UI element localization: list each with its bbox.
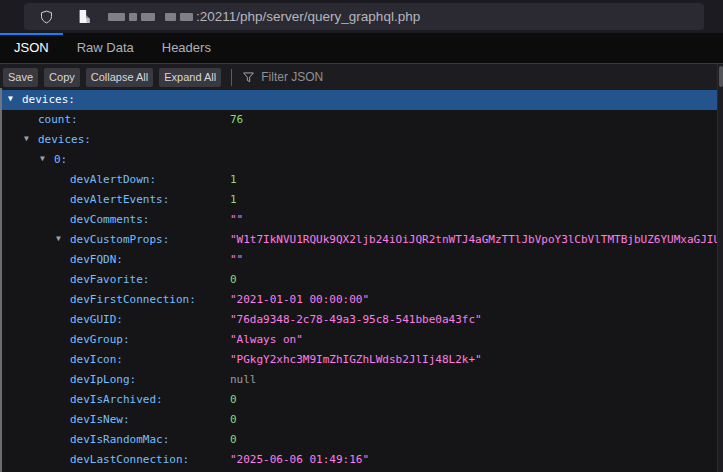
tree-row-devGroup[interactable]: ▼devGroup:"Always on"	[0, 330, 717, 350]
tree-row-devices[interactable]: ▼devices:	[0, 90, 717, 110]
property-key: devices:	[38, 133, 91, 146]
tree-row-devFavorite[interactable]: ▼devFavorite:0	[0, 270, 717, 290]
filter-json-input[interactable]	[261, 70, 481, 84]
shield-icon[interactable]	[38, 9, 54, 25]
property-key: devIsArchived:	[70, 393, 163, 406]
tree-row-devices[interactable]: ▼devices:	[0, 130, 717, 150]
property-key: devIpLong:	[70, 373, 136, 386]
property-key: devFavorite:	[70, 273, 149, 286]
property-value: 0	[230, 390, 237, 410]
tree-row-devGUID[interactable]: ▼devGUID:"76da9348-2c78-49a3-95c8-541bbe…	[0, 310, 717, 330]
property-key: 0:	[54, 153, 67, 166]
property-value: "2021-01-01 00:00:00"	[230, 290, 369, 310]
property-key: count:	[38, 113, 78, 126]
toolbar-separator	[231, 69, 232, 86]
tree-row-devFQDN[interactable]: ▼devFQDN:""	[0, 250, 717, 270]
property-key: devIcon:	[70, 353, 123, 366]
property-value: 0	[230, 270, 237, 290]
tree-row-devLastConnection[interactable]: ▼devLastConnection:"2025-06-06 01:49:16"	[0, 450, 717, 470]
tree-row-devFirstConnection[interactable]: ▼devFirstConnection:"2021-01-01 00:00:00…	[0, 290, 717, 310]
browser-toolbar: :20211/php/server/query_graphql.php	[0, 0, 723, 33]
toolbar-buttons: SaveCopyCollapse AllExpand All	[3, 68, 227, 87]
property-value: "W1t7IkNVU1RQUk9QX2ljb24iOiJQR2tnWTJ4aGM…	[230, 230, 717, 250]
tree-row-0[interactable]: ▼0:	[0, 150, 717, 170]
json-toolbar: SaveCopyCollapse AllExpand All	[0, 64, 723, 90]
expander-triangle-icon[interactable]: ▼	[24, 130, 38, 149]
tree-row-devCustomProps[interactable]: ▼devCustomProps:"W1t7IkNVU1RQUk9QX2ljb24…	[0, 230, 717, 250]
expand-all-button[interactable]: Expand All	[159, 68, 221, 87]
property-value: "Always on"	[230, 330, 303, 350]
property-key: devFQDN:	[70, 253, 123, 266]
redacted-segment	[180, 13, 193, 21]
tab-headers[interactable]: Headers	[148, 33, 225, 63]
expander-triangle-icon[interactable]: ▼	[8, 90, 22, 109]
redacted-url-host	[108, 13, 193, 21]
property-key: devLastConnection:	[70, 453, 189, 466]
page-icon[interactable]	[76, 9, 92, 25]
property-value: ""	[230, 250, 243, 270]
property-key: devGUID:	[70, 313, 123, 326]
copy-button[interactable]: Copy	[44, 68, 80, 87]
property-value: 1	[230, 190, 237, 210]
tree-row-devIsRandomMac[interactable]: ▼devIsRandomMac:0	[0, 430, 717, 450]
save-button[interactable]: Save	[3, 68, 38, 87]
redacted-segment	[129, 13, 137, 21]
redacted-segment	[165, 13, 176, 21]
viewer-tabbar: JSONRaw DataHeaders	[0, 33, 723, 64]
property-value: ""	[230, 210, 243, 230]
expander-triangle-icon[interactable]: ▼	[56, 230, 70, 249]
url-text: :20211/php/server/query_graphql.php	[196, 9, 420, 24]
panel-left-edge	[0, 88, 2, 472]
tree-row-count[interactable]: ▼count:76	[0, 110, 717, 130]
property-value: null	[230, 370, 257, 390]
property-key: devCustomProps:	[70, 233, 169, 246]
tree-row-devIcon[interactable]: ▼devIcon:"PGkgY2xhc3M9ImZhIGZhLWdsb2JlIj…	[0, 350, 717, 370]
tab-json[interactable]: JSON	[0, 33, 63, 63]
property-value: 76	[230, 110, 243, 130]
json-tree: ▼devices:▼count:76▼devices:▼0:▼devAlertD…	[0, 90, 717, 472]
property-value: "PGkgY2xhc3M9ImZhIGZhLWdsb2JlIj48L2k+"	[230, 350, 482, 370]
scrollbar-thumb[interactable]	[719, 66, 723, 87]
property-value: 1	[230, 170, 237, 190]
tree-row-devComments[interactable]: ▼devComments:""	[0, 210, 717, 230]
redacted-segment	[141, 13, 155, 21]
property-key: devFirstConnection:	[70, 293, 196, 306]
property-key: devIsRandomMac:	[70, 433, 169, 446]
tree-row-devIpLong[interactable]: ▼devIpLong:null	[0, 370, 717, 390]
property-key: devIsNew:	[70, 413, 130, 426]
property-key: devAlertDown:	[70, 173, 156, 186]
property-value: "2025-06-06 01:49:16"	[230, 450, 369, 470]
tree-row-devIsArchived[interactable]: ▼devIsArchived:0	[0, 390, 717, 410]
url-bar[interactable]: :20211/php/server/query_graphql.php	[24, 3, 704, 30]
json-viewer-window: :20211/php/server/query_graphql.php JSON…	[0, 0, 723, 472]
property-key: devices:	[22, 93, 75, 106]
vertical-scrollbar[interactable]	[717, 64, 723, 472]
tree-row-devIsNew[interactable]: ▼devIsNew:0	[0, 410, 717, 430]
property-key: devAlertEvents:	[70, 193, 169, 206]
tree-row-devAlertEvents[interactable]: ▼devAlertEvents:1	[0, 190, 717, 210]
property-value: 0	[230, 410, 237, 430]
redacted-segment	[108, 13, 125, 21]
expander-triangle-icon[interactable]: ▼	[40, 150, 54, 169]
property-value: 0	[230, 430, 237, 450]
tab-raw-data[interactable]: Raw Data	[63, 33, 148, 63]
property-key: devComments:	[70, 213, 149, 226]
property-key: devGroup:	[70, 333, 130, 346]
funnel-icon	[242, 71, 255, 84]
property-value: "76da9348-2c78-49a3-95c8-541bbe0a43fc"	[230, 310, 482, 330]
collapse-all-button[interactable]: Collapse All	[86, 68, 153, 87]
tree-row-devAlertDown[interactable]: ▼devAlertDown:1	[0, 170, 717, 190]
